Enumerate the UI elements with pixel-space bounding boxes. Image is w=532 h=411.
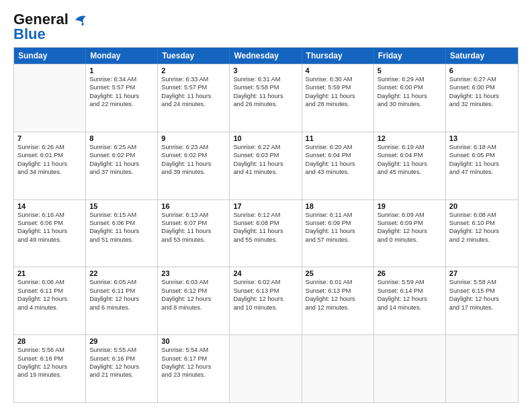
cal-cell: 17Sunrise: 6:12 AMSunset: 6:08 PMDayligh… bbox=[230, 200, 302, 267]
cal-cell: 28Sunrise: 5:56 AMSunset: 6:16 PMDayligh… bbox=[14, 335, 86, 402]
cal-cell: 16Sunrise: 6:13 AMSunset: 6:07 PMDayligh… bbox=[158, 200, 230, 267]
cell-info-line: Sunrise: 5:56 AM bbox=[17, 346, 82, 354]
cell-info-line: Sunrise: 6:31 AM bbox=[233, 75, 298, 83]
cell-info-line: Daylight: 12 hours bbox=[89, 363, 154, 371]
cell-info-line: Sunset: 6:14 PM bbox=[378, 287, 442, 295]
cell-info-line: Sunrise: 5:58 AM bbox=[449, 278, 515, 286]
cal-cell: 21Sunrise: 6:06 AMSunset: 6:11 PMDayligh… bbox=[14, 267, 86, 334]
day-number: 22 bbox=[89, 269, 154, 277]
cell-info-line: and 17 minutes. bbox=[449, 304, 515, 312]
cell-info-line: and 45 minutes. bbox=[378, 168, 442, 176]
day-number: 2 bbox=[161, 66, 226, 75]
cell-info-line: Sunset: 6:02 PM bbox=[89, 151, 154, 159]
cell-info-line: and 39 minutes. bbox=[161, 168, 226, 176]
cell-info-line: Daylight: 11 hours bbox=[378, 92, 442, 100]
cell-info-line: Sunset: 5:59 PM bbox=[306, 83, 370, 91]
cell-info-line: and 6 minutes. bbox=[89, 304, 154, 312]
cell-info-line: Sunrise: 6:26 AM bbox=[17, 143, 82, 151]
cell-info-line: and 26 minutes. bbox=[233, 100, 298, 108]
cell-info-line: Daylight: 11 hours bbox=[17, 160, 82, 168]
cell-info-line: and 19 minutes. bbox=[17, 371, 82, 379]
cal-cell: 10Sunrise: 6:22 AMSunset: 6:03 PMDayligh… bbox=[230, 132, 302, 199]
cell-info-line: Sunrise: 6:05 AM bbox=[89, 278, 154, 286]
cell-info-line: Daylight: 11 hours bbox=[89, 227, 154, 235]
cell-info-line: and 8 minutes. bbox=[161, 304, 226, 312]
cell-info-line: Sunset: 6:15 PM bbox=[449, 287, 515, 295]
cell-info-line: Daylight: 11 hours bbox=[17, 227, 82, 235]
cal-cell: 26Sunrise: 5:59 AMSunset: 6:14 PMDayligh… bbox=[374, 267, 446, 334]
cell-info-line: Daylight: 12 hours bbox=[89, 295, 154, 303]
cal-cell: 7Sunrise: 6:26 AMSunset: 6:01 PMDaylight… bbox=[14, 132, 86, 199]
cell-info-line: and 55 minutes. bbox=[233, 236, 298, 244]
cell-info-line: Sunrise: 5:55 AM bbox=[89, 346, 154, 354]
cell-info-line: Daylight: 12 hours bbox=[161, 295, 226, 303]
cell-info-line: Sunrise: 6:18 AM bbox=[449, 143, 515, 151]
cell-info-line: Sunset: 6:00 PM bbox=[378, 83, 442, 91]
day-number: 8 bbox=[89, 134, 154, 142]
day-number: 17 bbox=[233, 202, 298, 210]
cal-cell: 2Sunrise: 6:33 AMSunset: 5:57 PMDaylight… bbox=[158, 64, 230, 132]
header: General Blue bbox=[13, 12, 519, 42]
day-number: 5 bbox=[378, 66, 442, 75]
cell-info-line: Sunrise: 6:22 AM bbox=[233, 143, 298, 151]
cell-info-line: and 43 minutes. bbox=[306, 168, 370, 176]
day-number: 13 bbox=[449, 134, 515, 142]
cal-cell: 27Sunrise: 5:58 AMSunset: 6:15 PMDayligh… bbox=[446, 267, 518, 334]
day-number: 20 bbox=[449, 202, 515, 210]
cell-info-line: and 30 minutes. bbox=[378, 100, 442, 108]
cal-cell: 11Sunrise: 6:20 AMSunset: 6:04 PMDayligh… bbox=[302, 132, 374, 199]
cal-week-2: 7Sunrise: 6:26 AMSunset: 6:01 PMDaylight… bbox=[14, 132, 518, 199]
cell-info-line: Daylight: 11 hours bbox=[161, 92, 226, 100]
day-number: 9 bbox=[161, 134, 226, 142]
cell-info-line: Sunrise: 6:33 AM bbox=[161, 75, 226, 83]
cell-info-line: Sunset: 6:11 PM bbox=[89, 287, 154, 295]
cell-info-line: Sunset: 6:09 PM bbox=[378, 219, 442, 227]
cell-info-line: and 41 minutes. bbox=[233, 168, 298, 176]
cell-info-line: Sunset: 6:13 PM bbox=[306, 287, 370, 295]
cell-info-line: Daylight: 12 hours bbox=[17, 363, 82, 371]
day-number: 21 bbox=[17, 269, 82, 277]
cell-info-line: Daylight: 11 hours bbox=[306, 92, 370, 100]
cal-cell: 6Sunrise: 6:27 AMSunset: 6:00 PMDaylight… bbox=[446, 64, 518, 132]
cal-header-saturday: Saturday bbox=[446, 48, 518, 64]
cell-info-line: and 14 minutes. bbox=[378, 304, 442, 312]
cal-header-sunday: Sunday bbox=[14, 48, 86, 64]
cal-cell: 4Sunrise: 6:30 AMSunset: 5:59 PMDaylight… bbox=[302, 64, 374, 132]
day-number: 1 bbox=[89, 66, 154, 75]
cell-info-line: and 0 minutes. bbox=[378, 236, 442, 244]
cell-info-line: Sunset: 6:08 PM bbox=[233, 219, 298, 227]
cell-info-line: Sunrise: 6:34 AM bbox=[89, 75, 154, 83]
cell-info-line: Sunrise: 6:09 AM bbox=[378, 211, 442, 219]
cal-cell: 14Sunrise: 6:16 AMSunset: 6:06 PMDayligh… bbox=[14, 200, 86, 267]
day-number: 16 bbox=[161, 202, 226, 210]
cell-info-line: Daylight: 11 hours bbox=[306, 227, 370, 235]
calendar-body: 1Sunrise: 6:34 AMSunset: 5:57 PMDaylight… bbox=[14, 64, 518, 402]
day-number: 24 bbox=[233, 269, 298, 277]
cell-info-line: Sunset: 6:17 PM bbox=[161, 355, 226, 363]
cell-info-line: Sunset: 5:57 PM bbox=[161, 83, 226, 91]
day-number: 7 bbox=[17, 134, 82, 142]
cell-info-line: and 12 minutes. bbox=[306, 304, 370, 312]
cell-info-line: Sunset: 6:05 PM bbox=[449, 151, 515, 159]
day-number: 27 bbox=[449, 269, 515, 277]
cal-header-monday: Monday bbox=[86, 48, 158, 64]
day-number: 30 bbox=[161, 337, 226, 345]
cal-week-3: 14Sunrise: 6:16 AMSunset: 6:06 PMDayligh… bbox=[14, 199, 518, 267]
cal-week-4: 21Sunrise: 6:06 AMSunset: 6:11 PMDayligh… bbox=[14, 267, 518, 334]
cell-info-line: and 2 minutes. bbox=[449, 236, 515, 244]
cell-info-line: Sunset: 6:00 PM bbox=[449, 83, 515, 91]
cal-cell: 12Sunrise: 6:19 AMSunset: 6:04 PMDayligh… bbox=[374, 132, 446, 199]
cell-info-line: Daylight: 12 hours bbox=[449, 295, 515, 303]
cell-info-line: Daylight: 12 hours bbox=[17, 295, 82, 303]
cal-cell: 20Sunrise: 6:08 AMSunset: 6:10 PMDayligh… bbox=[446, 200, 518, 267]
day-number: 12 bbox=[378, 134, 442, 142]
day-number: 4 bbox=[306, 66, 370, 75]
cal-cell bbox=[302, 335, 374, 402]
cell-info-line: Sunset: 6:03 PM bbox=[233, 151, 298, 159]
cell-info-line: and 23 minutes. bbox=[161, 371, 226, 379]
cell-info-line: Daylight: 11 hours bbox=[89, 92, 154, 100]
day-number: 26 bbox=[378, 269, 442, 277]
cell-info-line: and 32 minutes. bbox=[449, 100, 515, 108]
logo-blue: Blue bbox=[13, 26, 46, 42]
cell-info-line: Sunrise: 6:25 AM bbox=[89, 143, 154, 151]
